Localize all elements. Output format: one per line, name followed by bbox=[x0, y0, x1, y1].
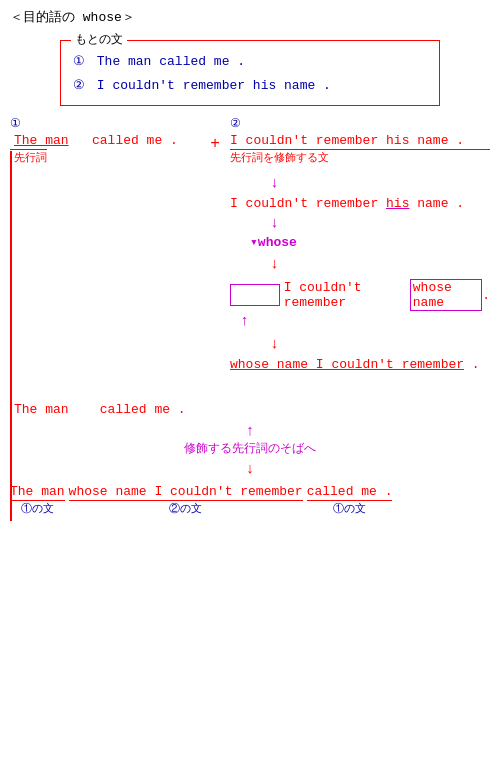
step4-sentence-part2: . bbox=[482, 288, 490, 303]
bottom-left-sentence: The man called me . bbox=[14, 402, 186, 417]
final-c-text: called me . bbox=[307, 484, 393, 501]
final-section: The man ①の文 whose name I couldn't rememb… bbox=[0, 480, 500, 520]
step4-arrow: ↓ bbox=[270, 336, 490, 353]
whose-word: ▾whose bbox=[250, 234, 490, 250]
final-c-label: ①の文 bbox=[333, 501, 366, 516]
final-b-label: ②の文 bbox=[169, 501, 202, 516]
step5-sentence: whose name I couldn't remember . bbox=[230, 357, 490, 372]
sentence1-text: The man called me . bbox=[97, 54, 245, 69]
sentence1-num: ① bbox=[73, 54, 85, 69]
vertical-line-left bbox=[10, 151, 12, 521]
whose-name-box: whose name bbox=[410, 279, 482, 311]
col1-label: 先行詞 bbox=[14, 152, 47, 164]
col1-label-line: 先行詞 bbox=[10, 149, 47, 165]
final-sentence-row: The man ①の文 whose name I couldn't rememb… bbox=[10, 484, 490, 516]
final-seg-b: whose name I couldn't remember ②の文 bbox=[69, 484, 303, 516]
col2-num: ② bbox=[230, 117, 241, 131]
curved-arrow: ↑ bbox=[240, 313, 490, 330]
col2-sentence: I couldn't remember his name . bbox=[230, 133, 490, 148]
final-seg-c: called me . ①の文 bbox=[307, 484, 393, 516]
plus-sign: + bbox=[200, 135, 230, 153]
step3-arrow: ↓ bbox=[270, 256, 490, 273]
sentence2-num: ② bbox=[73, 78, 85, 93]
sentence2-line: ② I couldn't remember his name . bbox=[73, 77, 427, 93]
final-seg-a: The man ①の文 bbox=[10, 484, 65, 516]
page-title: ＜目的語の whose＞ bbox=[0, 0, 500, 30]
final-a-label: ①の文 bbox=[21, 501, 54, 516]
final-a-text: The man bbox=[10, 484, 65, 501]
step2-sentence: I couldn't remember his name . bbox=[230, 196, 490, 211]
col1-sentence: The man called me . bbox=[14, 133, 178, 148]
step1-arrow: ↓ bbox=[270, 175, 490, 192]
col2-label: 先行詞を修飾する文 bbox=[230, 152, 329, 164]
col1-num: ① bbox=[10, 117, 21, 131]
final-arrow: ↓ bbox=[10, 461, 490, 478]
original-box-label: もとの文 bbox=[71, 31, 127, 48]
diagram-area: ① ② The man called me . 先行詞 + I couldn't… bbox=[0, 116, 500, 478]
arrow-label: 修飾する先行詞のそばへ bbox=[10, 440, 490, 457]
step4-sentence-part1: I couldn't remember bbox=[284, 280, 410, 310]
final-b-text: whose name I couldn't remember bbox=[69, 484, 303, 501]
original-box: もとの文 ① The man called me . ② I couldn't … bbox=[60, 40, 440, 106]
sentence2-text: I couldn't remember his name . bbox=[97, 78, 331, 93]
up-arrow: ↑ bbox=[10, 423, 490, 440]
col2-sentence-text: I couldn't remember his name . bbox=[230, 133, 464, 148]
blank-box bbox=[230, 284, 280, 306]
col2-label-line: 先行詞を修飾する文 bbox=[230, 149, 490, 165]
blank-row: I couldn't remember whose name . bbox=[230, 279, 490, 311]
step2-arrow: ↓ bbox=[270, 215, 490, 232]
sentence1-line: ① The man called me . bbox=[73, 53, 427, 69]
